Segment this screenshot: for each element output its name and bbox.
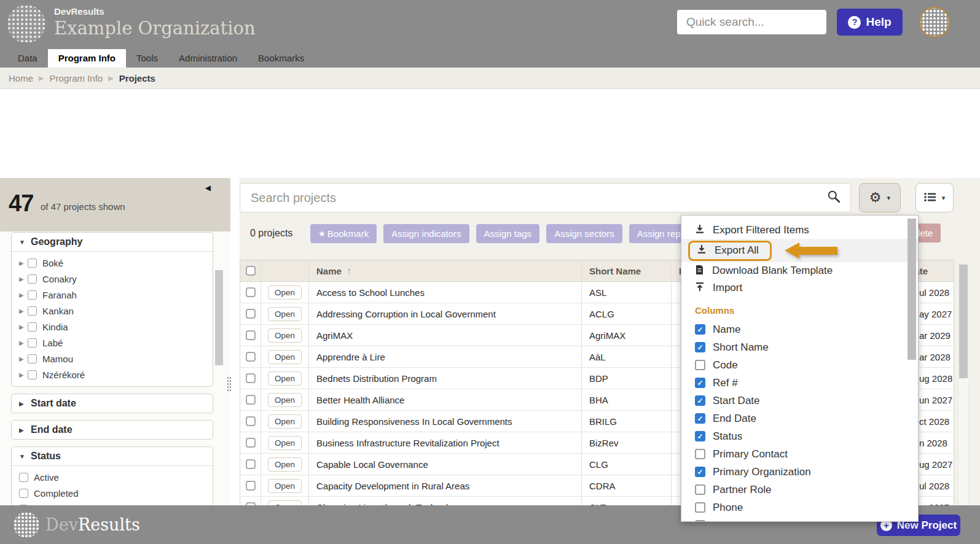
filter-item-nz-r-kor[interactable]: ▶Nzérékoré [12,367,213,383]
column-toggle-partner-role[interactable]: Partner Role [681,481,918,499]
open-button[interactable]: Open [268,307,302,321]
row-checkbox[interactable] [246,416,256,426]
assign-indicators-button[interactable]: Assign indicators [383,224,469,243]
help-button[interactable]: ? Help [837,9,903,36]
vertical-scrollbar-thumb[interactable] [959,265,968,378]
filter-checkbox[interactable] [28,354,37,363]
project-name-cell[interactable]: Building Responsiveness In Local Governm… [309,411,582,432]
project-name-cell[interactable]: Business Infrastructure Revitalization P… [309,432,582,453]
search-icon[interactable] [827,190,841,206]
column-checkbox[interactable] [695,502,705,513]
filter-checkbox[interactable] [19,473,28,482]
row-checkbox[interactable] [246,395,256,405]
sidebar-scrollbar-thumb[interactable] [215,270,223,365]
bookmark-button[interactable]: ★Bookmark [310,224,377,243]
row-checkbox[interactable] [246,309,256,319]
filter-checkbox[interactable] [28,370,37,379]
menu-item-export-all[interactable]: Export All [681,239,918,262]
filter-item-completed[interactable]: Completed [12,485,213,501]
open-button[interactable]: Open [268,479,302,493]
project-name-cell[interactable]: Bednets Distribution Program [309,368,582,389]
select-all-checkbox[interactable] [246,266,256,276]
view-options-button[interactable]: ▾ [915,183,954,212]
project-name-cell[interactable]: AgriMAX [309,325,582,346]
expand-icon[interactable]: ▶ [19,292,28,298]
filter-item-conakry[interactable]: ▶Conakry [12,271,213,287]
column-toggle-start-date[interactable]: Start Date [681,392,918,410]
quick-search-input[interactable] [677,15,841,29]
project-name-cell[interactable]: Apprendre à Lire [309,346,582,367]
column-toggle-code[interactable]: Code [681,356,918,374]
expand-icon[interactable]: ▶ [19,308,28,314]
project-name-cell[interactable]: Better Health Alliance [309,389,582,410]
tab-data[interactable]: Data [7,49,48,68]
collapse-sidebar-icon[interactable]: ◀ [205,184,211,192]
filter-group-header-start-date[interactable]: ▶Start date [12,394,213,413]
column-checkbox[interactable] [695,431,705,441]
column-checkbox[interactable] [695,360,705,370]
filter-item-lab[interactable]: ▶Labé [12,335,213,351]
filter-checkbox[interactable] [19,489,28,498]
filter-item-faranah[interactable]: ▶Faranah [12,287,213,303]
open-button[interactable]: Open [268,457,302,472]
filter-checkbox[interactable] [28,338,37,348]
open-button[interactable]: Open [268,414,302,429]
column-checkbox[interactable] [695,395,705,406]
project-search-input[interactable] [240,191,827,205]
filter-checkbox[interactable] [28,274,37,284]
filter-item-kankan[interactable]: ▶Kankan [12,303,213,319]
column-checkbox[interactable] [695,413,705,424]
open-button[interactable]: Open [268,436,302,450]
assign-sectors-button[interactable]: Assign sectors [546,224,622,243]
project-name-cell[interactable]: Capable Local Governance [309,454,582,475]
gear-menu-button[interactable]: ⚙ ▾ [859,183,901,212]
filter-item-kindia[interactable]: ▶Kindia [12,319,213,335]
open-button[interactable]: Open [268,328,302,343]
column-checkbox[interactable] [695,324,705,335]
vertical-scrollbar[interactable] [958,264,969,544]
row-checkbox[interactable] [246,287,256,297]
row-checkbox[interactable] [246,459,256,469]
column-checkbox[interactable] [695,342,705,352]
column-checkbox[interactable] [695,449,705,459]
menu-item-download-blank-template[interactable]: Download Blank Template [681,262,918,279]
filter-group-header-end-date[interactable]: ▶End date [12,421,213,439]
expand-icon[interactable]: ▶ [19,340,28,346]
filter-checkbox[interactable] [28,258,37,268]
sidebar-resize-grip[interactable] [227,376,232,392]
row-checkbox[interactable] [246,438,256,448]
expand-icon[interactable]: ▶ [19,356,28,362]
row-checkbox[interactable] [246,330,256,340]
project-name-cell[interactable]: Access to School Lunches [309,282,582,303]
column-checkbox[interactable] [695,378,705,388]
name-header[interactable]: Name↑ [309,260,582,281]
user-avatar[interactable] [919,7,950,37]
column-toggle-ref[interactable]: Ref # [681,374,918,392]
filter-item-bok[interactable]: ▶Boké [12,255,213,271]
column-checkbox[interactable] [695,467,705,477]
row-checkbox[interactable] [246,373,256,383]
expand-icon[interactable]: ▶ [19,276,28,282]
open-button[interactable]: Open [268,371,302,386]
column-toggle-primary-organization[interactable]: Primary Organization [681,463,918,481]
open-button[interactable]: Open [268,286,302,300]
column-checkbox[interactable] [695,520,705,522]
row-checkbox[interactable] [246,481,256,491]
short-name-header[interactable]: Short Name [582,260,672,281]
row-checkbox[interactable] [246,352,256,362]
column-toggle-primary-contact[interactable]: Primary Contact [681,445,918,463]
tab-bookmarks[interactable]: Bookmarks [248,49,315,68]
expand-icon[interactable]: ▶ [19,324,28,330]
filter-group-header-geography[interactable]: ▼Geography [12,233,213,252]
project-name-cell[interactable]: Addressing Corruption in Local Governmen… [309,303,582,324]
tab-program-info[interactable]: Program Info [48,49,126,68]
dropdown-scrollbar-thumb[interactable] [907,219,916,360]
filter-checkbox[interactable] [28,290,37,300]
assign-tags-button[interactable]: Assign tags [476,224,540,243]
tab-administration[interactable]: Administration [168,49,248,68]
tab-tools[interactable]: Tools [126,49,168,68]
column-toggle-name[interactable]: Name [681,321,918,338]
filter-checkbox[interactable] [28,322,37,332]
breadcrumb-program-info[interactable]: Program Info [49,73,103,84]
filter-item-mamou[interactable]: ▶Mamou [12,351,213,367]
